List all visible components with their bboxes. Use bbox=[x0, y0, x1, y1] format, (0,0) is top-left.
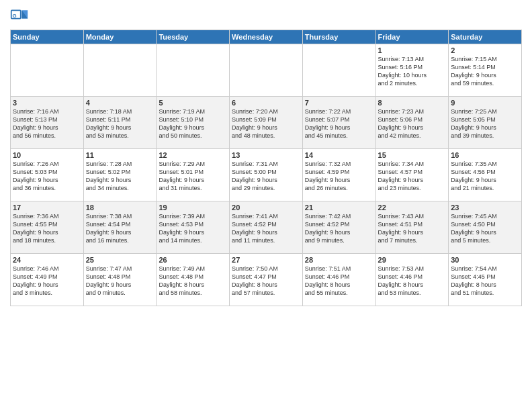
day-cell: 7Sunrise: 7:22 AM Sunset: 5:07 PM Daylig… bbox=[302, 97, 375, 149]
weekday-header-sunday: Sunday bbox=[11, 30, 84, 44]
day-info: Sunrise: 7:42 AM Sunset: 4:52 PM Dayligh… bbox=[305, 212, 373, 245]
day-number: 11 bbox=[86, 151, 154, 159]
day-cell: 13Sunrise: 7:31 AM Sunset: 5:00 PM Dayli… bbox=[230, 149, 303, 201]
day-info: Sunrise: 7:50 AM Sunset: 4:47 PM Dayligh… bbox=[232, 265, 300, 298]
day-cell: 12Sunrise: 7:29 AM Sunset: 5:01 PM Dayli… bbox=[157, 149, 230, 201]
day-cell: 4Sunrise: 7:18 AM Sunset: 5:11 PM Daylig… bbox=[83, 97, 157, 149]
day-number: 27 bbox=[232, 256, 300, 264]
day-number: 14 bbox=[305, 151, 373, 159]
day-number: 15 bbox=[378, 151, 447, 159]
day-cell bbox=[157, 44, 230, 97]
day-number: 28 bbox=[305, 256, 373, 264]
day-number: 23 bbox=[451, 203, 519, 212]
day-info: Sunrise: 7:19 AM Sunset: 5:10 PM Dayligh… bbox=[159, 107, 227, 140]
day-info: Sunrise: 7:15 AM Sunset: 5:14 PM Dayligh… bbox=[451, 55, 519, 88]
svg-text:G: G bbox=[13, 13, 17, 19]
day-info: Sunrise: 7:31 AM Sunset: 5:00 PM Dayligh… bbox=[232, 160, 300, 193]
day-cell: 21Sunrise: 7:42 AM Sunset: 4:52 PM Dayli… bbox=[302, 201, 375, 254]
day-number: 8 bbox=[378, 99, 447, 107]
header-row: SundayMondayTuesdayWednesdayThursdayFrid… bbox=[11, 30, 522, 44]
week-row-1: 3Sunrise: 7:16 AM Sunset: 5:13 PM Daylig… bbox=[11, 97, 522, 149]
day-info: Sunrise: 7:13 AM Sunset: 5:16 PM Dayligh… bbox=[378, 55, 447, 88]
day-cell: 27Sunrise: 7:50 AM Sunset: 4:47 PM Dayli… bbox=[230, 254, 303, 306]
day-info: Sunrise: 7:16 AM Sunset: 5:13 PM Dayligh… bbox=[13, 107, 81, 140]
day-info: Sunrise: 7:46 AM Sunset: 4:49 PM Dayligh… bbox=[13, 265, 81, 298]
day-number: 25 bbox=[86, 256, 154, 264]
day-info: Sunrise: 7:47 AM Sunset: 4:48 PM Dayligh… bbox=[86, 265, 154, 298]
day-cell: 22Sunrise: 7:43 AM Sunset: 4:51 PM Dayli… bbox=[375, 201, 449, 254]
day-cell: 3Sunrise: 7:16 AM Sunset: 5:13 PM Daylig… bbox=[11, 97, 84, 149]
day-info: Sunrise: 7:54 AM Sunset: 4:45 PM Dayligh… bbox=[451, 265, 519, 298]
day-info: Sunrise: 7:53 AM Sunset: 4:46 PM Dayligh… bbox=[378, 265, 447, 298]
day-number: 4 bbox=[86, 99, 154, 107]
day-info: Sunrise: 7:29 AM Sunset: 5:01 PM Dayligh… bbox=[159, 160, 227, 193]
day-cell: 19Sunrise: 7:39 AM Sunset: 4:53 PM Dayli… bbox=[157, 201, 230, 254]
day-cell: 26Sunrise: 7:49 AM Sunset: 4:48 PM Dayli… bbox=[157, 254, 230, 306]
day-info: Sunrise: 7:20 AM Sunset: 5:09 PM Dayligh… bbox=[232, 107, 300, 140]
day-info: Sunrise: 7:43 AM Sunset: 4:51 PM Dayligh… bbox=[378, 212, 447, 245]
day-info: Sunrise: 7:25 AM Sunset: 5:05 PM Dayligh… bbox=[451, 107, 519, 140]
logo: G bbox=[10, 7, 32, 26]
day-cell: 28Sunrise: 7:51 AM Sunset: 4:46 PM Dayli… bbox=[302, 254, 375, 306]
day-cell: 1Sunrise: 7:13 AM Sunset: 5:16 PM Daylig… bbox=[375, 44, 449, 97]
calendar-table: SundayMondayTuesdayWednesdayThursdayFrid… bbox=[10, 30, 522, 306]
day-cell bbox=[302, 44, 375, 97]
weekday-header-monday: Monday bbox=[83, 30, 157, 44]
day-info: Sunrise: 7:22 AM Sunset: 5:07 PM Dayligh… bbox=[305, 107, 373, 140]
page: G SundayMondayTuesdayWednesdayThursdayFr… bbox=[0, 0, 532, 411]
day-cell: 24Sunrise: 7:46 AM Sunset: 4:49 PM Dayli… bbox=[11, 254, 84, 306]
day-number: 30 bbox=[451, 256, 519, 264]
day-number: 12 bbox=[159, 151, 227, 159]
weekday-header-friday: Friday bbox=[375, 30, 449, 44]
day-number: 13 bbox=[232, 151, 300, 159]
day-info: Sunrise: 7:35 AM Sunset: 4:56 PM Dayligh… bbox=[451, 160, 519, 193]
day-cell: 6Sunrise: 7:20 AM Sunset: 5:09 PM Daylig… bbox=[230, 97, 303, 149]
week-row-2: 10Sunrise: 7:26 AM Sunset: 5:03 PM Dayli… bbox=[11, 149, 522, 201]
day-number: 21 bbox=[305, 203, 373, 212]
day-cell: 8Sunrise: 7:23 AM Sunset: 5:06 PM Daylig… bbox=[375, 97, 449, 149]
weekday-header-saturday: Saturday bbox=[449, 30, 522, 44]
day-cell: 15Sunrise: 7:34 AM Sunset: 4:57 PM Dayli… bbox=[375, 149, 449, 201]
day-cell: 16Sunrise: 7:35 AM Sunset: 4:56 PM Dayli… bbox=[449, 149, 522, 201]
day-cell bbox=[230, 44, 303, 97]
day-cell: 9Sunrise: 7:25 AM Sunset: 5:05 PM Daylig… bbox=[449, 97, 522, 149]
day-number: 20 bbox=[232, 203, 300, 212]
day-info: Sunrise: 7:39 AM Sunset: 4:53 PM Dayligh… bbox=[159, 212, 227, 245]
day-number: 2 bbox=[451, 46, 519, 54]
day-info: Sunrise: 7:32 AM Sunset: 4:59 PM Dayligh… bbox=[305, 160, 373, 193]
day-info: Sunrise: 7:18 AM Sunset: 5:11 PM Dayligh… bbox=[86, 107, 154, 140]
day-cell bbox=[11, 44, 84, 97]
day-cell: 23Sunrise: 7:45 AM Sunset: 4:50 PM Dayli… bbox=[449, 201, 522, 254]
day-info: Sunrise: 7:36 AM Sunset: 4:55 PM Dayligh… bbox=[13, 212, 81, 245]
day-cell: 18Sunrise: 7:38 AM Sunset: 4:54 PM Dayli… bbox=[83, 201, 157, 254]
day-number: 19 bbox=[159, 203, 227, 212]
day-cell: 17Sunrise: 7:36 AM Sunset: 4:55 PM Dayli… bbox=[11, 201, 84, 254]
weekday-header-wednesday: Wednesday bbox=[230, 30, 303, 44]
day-number: 22 bbox=[378, 203, 447, 212]
day-info: Sunrise: 7:38 AM Sunset: 4:54 PM Dayligh… bbox=[86, 212, 154, 245]
week-row-0: 1Sunrise: 7:13 AM Sunset: 5:16 PM Daylig… bbox=[11, 44, 522, 97]
day-number: 18 bbox=[86, 203, 154, 212]
weekday-header-thursday: Thursday bbox=[302, 30, 375, 44]
day-cell: 11Sunrise: 7:28 AM Sunset: 5:02 PM Dayli… bbox=[83, 149, 157, 201]
day-number: 3 bbox=[13, 99, 81, 107]
day-cell: 20Sunrise: 7:41 AM Sunset: 4:52 PM Dayli… bbox=[230, 201, 303, 254]
day-cell: 30Sunrise: 7:54 AM Sunset: 4:45 PM Dayli… bbox=[449, 254, 522, 306]
day-cell: 5Sunrise: 7:19 AM Sunset: 5:10 PM Daylig… bbox=[157, 97, 230, 149]
day-info: Sunrise: 7:34 AM Sunset: 4:57 PM Dayligh… bbox=[378, 160, 447, 193]
day-number: 26 bbox=[159, 256, 227, 264]
day-cell: 2Sunrise: 7:15 AM Sunset: 5:14 PM Daylig… bbox=[449, 44, 522, 97]
day-number: 17 bbox=[13, 203, 81, 212]
day-number: 5 bbox=[159, 99, 227, 107]
day-cell: 10Sunrise: 7:26 AM Sunset: 5:03 PM Dayli… bbox=[11, 149, 84, 201]
day-number: 6 bbox=[232, 99, 300, 107]
day-cell: 29Sunrise: 7:53 AM Sunset: 4:46 PM Dayli… bbox=[375, 254, 449, 306]
day-number: 29 bbox=[378, 256, 447, 264]
day-info: Sunrise: 7:26 AM Sunset: 5:03 PM Dayligh… bbox=[13, 160, 81, 193]
day-info: Sunrise: 7:28 AM Sunset: 5:02 PM Dayligh… bbox=[86, 160, 154, 193]
logo-icon: G bbox=[10, 7, 29, 26]
day-number: 1 bbox=[378, 46, 447, 54]
day-info: Sunrise: 7:41 AM Sunset: 4:52 PM Dayligh… bbox=[232, 212, 300, 245]
header: G bbox=[10, 7, 522, 26]
day-cell: 14Sunrise: 7:32 AM Sunset: 4:59 PM Dayli… bbox=[302, 149, 375, 201]
